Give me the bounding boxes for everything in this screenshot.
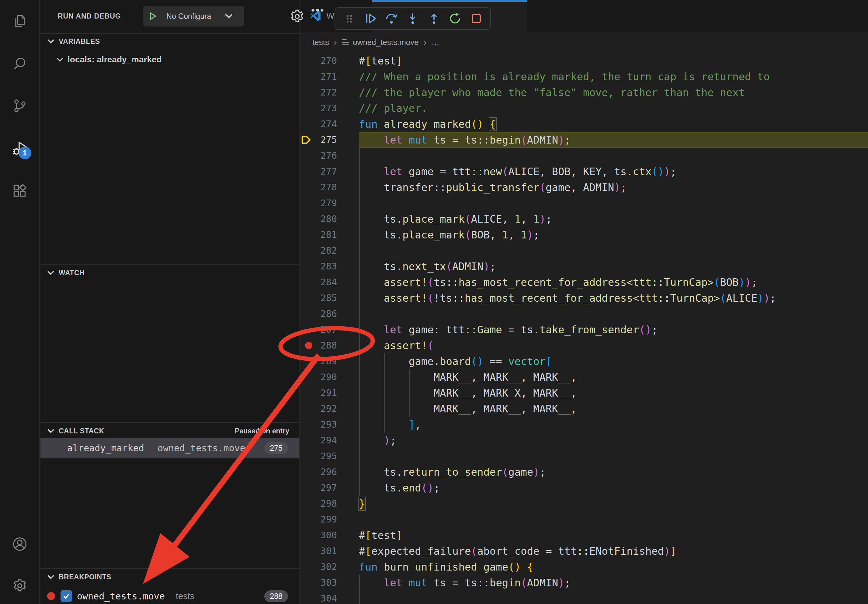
code-line-276[interactable]: 276 <box>299 148 868 164</box>
step-over-button[interactable] <box>384 11 399 26</box>
breadcrumb-more[interactable]: … <box>432 38 439 47</box>
code-line-270[interactable]: 270#[test] <box>299 53 868 69</box>
restart-button[interactable] <box>448 11 462 26</box>
code-line-275[interactable]: 275 let mut ts = ts::begin(ADMIN); <box>299 132 868 148</box>
gutter-line-291[interactable]: 291 <box>299 385 359 401</box>
code-line-271[interactable]: 271/// When a position is already marked… <box>299 69 868 85</box>
code-line-303[interactable]: 303 let mut ts = ts::begin(ADMIN); <box>299 575 868 591</box>
gutter-line-288[interactable]: 288 <box>299 338 359 353</box>
gutter-line-277[interactable]: 277 <box>299 164 359 180</box>
gutter-line-290[interactable]: 290 <box>299 369 359 385</box>
gutter-line-274[interactable]: 274 <box>299 116 359 132</box>
code-line-299[interactable]: 299 <box>299 511 868 527</box>
code-line-302[interactable]: 302fun burn_unfinished_game() { <box>299 559 868 575</box>
code-line-285[interactable]: 285 assert!(!ts::has_most_recent_for_add… <box>299 290 868 306</box>
code-line-292[interactable]: 292 MARK__, MARK__, MARK__, <box>299 401 868 417</box>
gutter-line-301[interactable]: 301 <box>299 543 359 559</box>
breadcrumb-root[interactable]: tests <box>312 38 329 47</box>
call-stack-frame[interactable]: already_marked owned_tests.move 275 <box>40 438 299 458</box>
gutter-line-293[interactable]: 293 <box>299 417 359 432</box>
gutter-line-289[interactable]: 289 <box>299 353 359 369</box>
section-variables[interactable]: VARIABLES <box>40 34 299 49</box>
gutter-line-285[interactable]: 285 <box>299 290 359 306</box>
code-line-298[interactable]: 298} <box>299 496 868 511</box>
code-line-277[interactable]: 277 let game = ttt::new(ALICE, BOB, KEY,… <box>299 164 868 180</box>
start-debug-icon[interactable] <box>143 6 162 26</box>
search-icon[interactable] <box>12 56 28 72</box>
code-line-279[interactable]: 279 <box>299 195 868 211</box>
code-line-272[interactable]: 272/// the player who made the "false" m… <box>299 85 868 101</box>
run-debug-icon[interactable]: 1 <box>12 141 28 156</box>
breakpoint-checkbox[interactable] <box>60 590 72 602</box>
gutter-line-272[interactable]: 272 <box>299 85 359 101</box>
gutter-line-283[interactable]: 283 <box>299 259 359 274</box>
code-line-273[interactable]: 273/// player. <box>299 101 868 116</box>
gutter-line-294[interactable]: 294 <box>299 432 359 448</box>
account-icon[interactable] <box>12 536 28 552</box>
code-line-282[interactable]: 282 <box>299 243 868 259</box>
gutter-line-276[interactable]: 276 <box>299 148 359 164</box>
gutter-line-287[interactable]: 287 <box>299 322 359 338</box>
gutter-line-270[interactable]: 270 <box>299 53 359 69</box>
section-watch[interactable]: WATCH <box>40 265 299 280</box>
gutter-line-298[interactable]: 298 <box>299 496 359 511</box>
toolbar-drag-handle[interactable] <box>342 11 356 26</box>
gutter-line-296[interactable]: 296 <box>299 464 359 480</box>
code-line-289[interactable]: 289 game.board() == vector[ <box>299 353 868 369</box>
section-breakpoints[interactable]: BREAKPOINTS <box>40 569 299 585</box>
gutter-line-292[interactable]: 292 <box>299 401 359 417</box>
code-line-278[interactable]: 278 transfer::public_transfer(game, ADMI… <box>299 180 868 195</box>
breakpoint-list-item[interactable]: owned_tests.move tests 288 <box>40 588 299 604</box>
gutter-line-279[interactable]: 279 <box>299 195 359 211</box>
gutter-line-275[interactable]: 275 <box>299 132 359 148</box>
code-line-301[interactable]: 301#[expected_failure(abort_code = ttt::… <box>299 543 868 559</box>
gutter-line-286[interactable]: 286 <box>299 306 359 322</box>
gutter-line-278[interactable]: 278 <box>299 180 359 195</box>
code-line-274[interactable]: 274fun already_marked() { <box>299 116 868 132</box>
debug-gear-icon[interactable] <box>289 9 305 24</box>
code-line-300[interactable]: 300#[test] <box>299 527 868 543</box>
gutter-line-284[interactable]: 284 <box>299 274 359 290</box>
gutter-line-304[interactable]: 304 <box>299 591 359 604</box>
gutter-line-297[interactable]: 297 <box>299 480 359 496</box>
extensions-icon[interactable] <box>12 183 28 199</box>
code-line-290[interactable]: 290 MARK__, MARK__, MARK__, <box>299 369 868 385</box>
locals-tree-item[interactable]: locals: already_marked <box>40 51 299 68</box>
code-line-287[interactable]: 287 let game: ttt::Game = ts.take_from_s… <box>299 322 868 338</box>
code-line-293[interactable]: 293 ], <box>299 417 868 432</box>
gutter-line-273[interactable]: 273 <box>299 101 359 116</box>
explorer-icon[interactable] <box>12 13 28 29</box>
gutter-line-280[interactable]: 280 <box>299 211 359 227</box>
code-line-294[interactable]: 294 ); <box>299 432 868 448</box>
gutter-line-299[interactable]: 299 <box>299 511 359 527</box>
gutter-line-271[interactable]: 271 <box>299 69 359 85</box>
continue-button[interactable] <box>363 11 378 26</box>
code-line-296[interactable]: 296 ts.return_to_sender(game); <box>299 464 868 480</box>
gutter-line-282[interactable]: 282 <box>299 243 359 259</box>
code-line-284[interactable]: 284 assert!(ts::has_most_recent_for_addr… <box>299 274 868 290</box>
step-into-button[interactable] <box>405 11 420 26</box>
breadcrumb-file[interactable]: owned_tests.move <box>353 38 419 47</box>
code-line-283[interactable]: 283 ts.next_tx(ADMIN); <box>299 259 868 274</box>
breakpoint-glyph[interactable] <box>305 342 312 349</box>
code-editor[interactable]: 270#[test]271/// When a position is alre… <box>299 53 868 604</box>
code-line-297[interactable]: 297 ts.end(); <box>299 480 868 496</box>
code-line-286[interactable]: 286 <box>299 306 868 322</box>
code-line-280[interactable]: 280 ts.place_mark(ALICE, 1, 1); <box>299 211 868 227</box>
more-actions-icon[interactable]: ••• <box>311 4 325 16</box>
code-line-281[interactable]: 281 ts.place_mark(BOB, 1, 1); <box>299 227 868 243</box>
gutter-line-300[interactable]: 300 <box>299 527 359 543</box>
code-line-304[interactable]: 304 <box>299 591 868 604</box>
code-line-291[interactable]: 291 MARK__, MARK_X, MARK__, <box>299 385 868 401</box>
code-line-288[interactable]: 288 assert!( <box>299 338 868 353</box>
code-line-295[interactable]: 295 <box>299 448 868 464</box>
step-out-button[interactable] <box>427 11 441 26</box>
gutter-line-303[interactable]: 303 <box>299 575 359 591</box>
gutter-line-302[interactable]: 302 <box>299 559 359 575</box>
settings-gear-icon[interactable] <box>12 578 28 594</box>
run-config-dropdown[interactable]: No Configura <box>143 6 244 26</box>
gutter-line-295[interactable]: 295 <box>299 448 359 464</box>
gutter-line-281[interactable]: 281 <box>299 227 359 243</box>
stop-button[interactable] <box>469 11 484 26</box>
source-control-icon[interactable] <box>12 98 28 114</box>
